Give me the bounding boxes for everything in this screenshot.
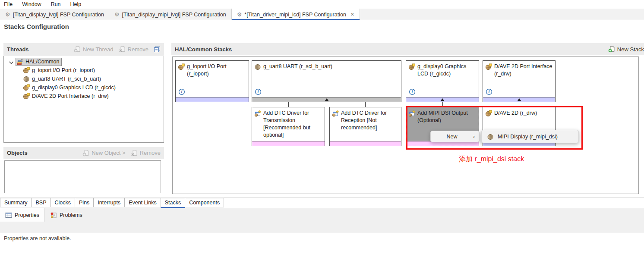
view-tab-properties[interactable]: Properties <box>0 208 45 222</box>
tree-item-g-display0[interactable]: g_display0 Graphics LCD (r_glcdc) <box>23 83 164 92</box>
card-footer <box>252 141 325 146</box>
stack-card-g-uart8[interactable]: g_uart8 UART (r_sci_b_uart) <box>252 60 401 102</box>
page-title: Stacks Configuration <box>4 23 69 30</box>
stack-card-add-dtc-tx[interactable]: Add DTC Driver for Transmission [Recomme… <box>252 107 325 146</box>
module-icon <box>487 133 494 140</box>
stack-connector <box>288 102 289 107</box>
configuration-tab-bar: Summary BSP Clocks Pins Interrupts Event… <box>0 197 644 208</box>
stack-card-add-dtc-rx[interactable]: Add DTC Driver for Reception [Not recomm… <box>329 107 401 146</box>
menu-window[interactable]: Window <box>17 1 46 7</box>
context-menu-new[interactable]: New › <box>430 131 480 142</box>
tab-components[interactable]: Components <box>185 198 224 207</box>
stack-connector <box>519 102 519 107</box>
new-stack-button[interactable]: New Stack <box>608 46 644 53</box>
stack-card-g-ioport[interactable]: g_ioport I/O Port (r_ioport) <box>175 60 249 102</box>
stack-connector <box>442 102 443 107</box>
expand-triangle-icon <box>440 98 445 101</box>
new-object-icon <box>82 150 89 157</box>
tab-interrupts[interactable]: Interrupts <box>93 198 125 207</box>
collapse-panel-button[interactable] <box>154 46 161 53</box>
tab-titan-driver-mipi-lcd[interactable]: ⚙ *[Titan_driver_mipi_lcd] FSP Configura… <box>231 9 360 20</box>
stack-card-dave-2d-port[interactable]: D/AVE 2D Port Interface (r_drw) <box>483 60 556 102</box>
tree-item-dave-2d-port[interactable]: D/AVE 2D Port Interface (r_drw) <box>23 92 164 100</box>
collapse-icon <box>154 46 161 53</box>
properties-toolbar-strip <box>0 222 644 233</box>
module-icon <box>485 110 492 117</box>
editor-tab-bar: ⚙ [Titan_display_lvgl] FSP Configuration… <box>0 9 644 20</box>
close-icon[interactable]: ✕ <box>350 12 354 17</box>
info-icon[interactable] <box>409 88 416 95</box>
objects-list[interactable] <box>4 160 161 193</box>
remove-icon <box>119 46 126 53</box>
gear-icon: ⚙ <box>114 12 120 17</box>
stack-connector <box>365 102 366 107</box>
info-icon[interactable] <box>486 88 492 95</box>
tab-summary[interactable]: Summary <box>0 198 32 207</box>
module-icon <box>485 63 492 70</box>
gear-icon: ⚙ <box>237 12 242 17</box>
add-driver-icon <box>254 110 261 117</box>
add-driver-icon <box>408 110 415 117</box>
stack-card-g-display0[interactable]: g_display0 Graphics LCD (r_glcdc) <box>406 60 479 102</box>
tab-titan-display-lvgl[interactable]: ⚙ [Titan_display_lvgl] FSP Configuration <box>0 9 109 20</box>
title-separator <box>0 36 644 36</box>
threads-title: Threads <box>3 46 29 53</box>
remove-icon <box>131 150 138 157</box>
context-submenu-mipi-display[interactable]: MIPI Display (r_mipi_dsi) <box>481 130 579 143</box>
info-icon[interactable] <box>178 88 185 95</box>
views-tab-bar: Properties Problems <box>0 208 644 222</box>
add-driver-icon <box>332 110 339 117</box>
menu-help[interactable]: Help <box>66 1 86 7</box>
new-thread-button[interactable]: New Thread <box>74 46 114 53</box>
card-footer <box>406 97 479 102</box>
tree-item-g-ioport[interactable]: g_ioport I/O Port (r_ioport) <box>23 66 164 75</box>
module-icon <box>23 75 30 82</box>
tree-item-g-uart8[interactable]: g_uart8 UART (r_sci_b_uart) <box>23 75 164 83</box>
module-icon <box>23 84 30 91</box>
gear-icon: ⚙ <box>5 12 10 17</box>
new-thread-icon <box>74 46 81 53</box>
new-stack-icon <box>608 46 615 53</box>
stacks-panel-header: HAL/Common Stacks New Stack <box>171 43 644 55</box>
menu-file[interactable]: File <box>0 1 17 7</box>
submenu-arrow-icon: › <box>473 134 475 140</box>
info-icon[interactable] <box>255 88 262 95</box>
tab-stacks[interactable]: Stacks <box>161 198 186 208</box>
tab-titan-display-mipi-lvgl[interactable]: ⚙ [Titan_display_mipi_lvgl] FSP Configur… <box>109 9 231 20</box>
threads-tree: HAL/Common g_ioport I/O Port (r_ioport) … <box>3 56 164 143</box>
card-footer <box>483 97 555 102</box>
objects-panel-header: Objects New Object > Remove <box>3 147 164 159</box>
tree-root-hal-common[interactable]: HAL/Common <box>16 58 62 66</box>
menu-run[interactable]: Run <box>46 1 66 7</box>
tab-bsp[interactable]: BSP <box>31 198 51 207</box>
expand-triangle-icon <box>325 98 329 101</box>
tab-event-links[interactable]: Event Links <box>124 198 161 207</box>
module-icon <box>254 63 261 70</box>
chevron-down-icon[interactable] <box>7 59 13 65</box>
hal-stack-icon <box>17 59 23 65</box>
annotation-text: 添加 r_mipi_dsi stack <box>459 155 524 164</box>
properties-icon <box>5 212 12 219</box>
module-icon <box>408 63 415 70</box>
threads-panel-header: Threads New Thread Remove <box>3 43 164 55</box>
expand-triangle-icon <box>517 98 521 101</box>
module-icon <box>23 67 30 74</box>
problems-icon <box>50 212 57 219</box>
tab-label: [Titan_display_lvgl] FSP Configuration <box>13 12 104 18</box>
fsp-configuration-window: File Window Run Help ⚙ [Titan_display_lv… <box>0 0 644 260</box>
remove-thread-button[interactable]: Remove <box>119 46 148 53</box>
tab-clocks[interactable]: Clocks <box>51 198 76 207</box>
tab-label: *[Titan_driver_mipi_lcd] FSP Configurati… <box>244 12 346 18</box>
objects-title: Objects <box>3 150 28 156</box>
tab-pins[interactable]: Pins <box>75 198 94 207</box>
card-footer <box>252 97 401 102</box>
view-tab-problems[interactable]: Problems <box>45 208 88 222</box>
remove-object-button[interactable]: Remove <box>131 150 161 157</box>
module-icon <box>23 93 30 100</box>
card-footer <box>176 97 249 102</box>
new-object-button[interactable]: New Object > <box>82 150 125 157</box>
properties-status-text: Properties are not available. <box>4 235 71 241</box>
module-icon <box>178 63 185 70</box>
tab-label: [Titan_display_mipi_lvgl] FSP Configurat… <box>122 12 226 18</box>
tree-root-row[interactable]: HAL/Common <box>4 57 164 66</box>
